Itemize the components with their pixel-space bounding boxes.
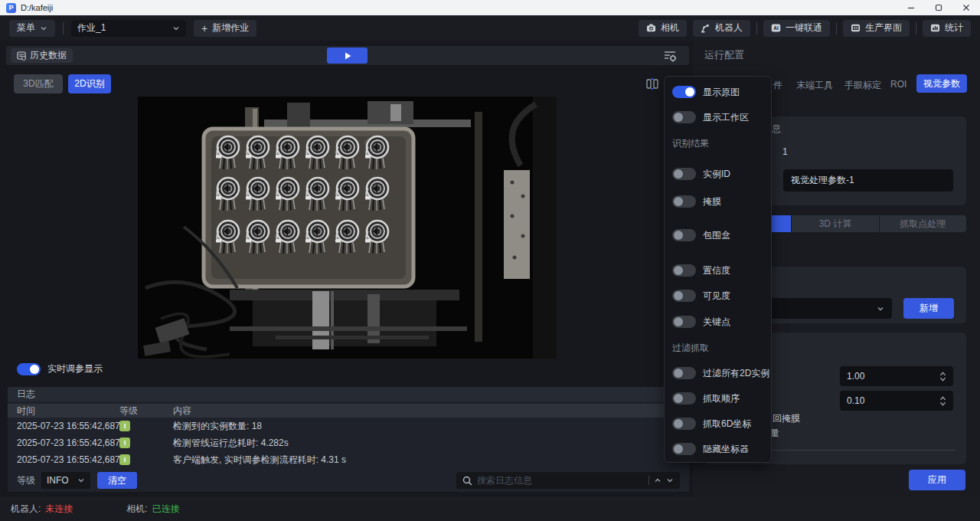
- tab-roi[interactable]: ROI: [890, 79, 906, 90]
- toggle-row-show-workspace[interactable]: 显示工作区: [672, 111, 749, 123]
- chevron-down-icon[interactable]: [666, 477, 674, 484]
- toggle-row-mask[interactable]: 掩膜: [672, 195, 721, 208]
- log-time: 2025-07-23 16:55:42,687: [17, 437, 120, 448]
- toggle-row-confidence[interactable]: 置信度: [672, 264, 730, 277]
- tab-2d-recognition[interactable]: 2D识别: [68, 74, 111, 93]
- toggle-keypoints[interactable]: [672, 316, 696, 328]
- clear-log-label: 清空: [108, 474, 126, 487]
- toggle-grasp-6d[interactable]: [672, 418, 696, 430]
- log-level-badge: I: [119, 454, 130, 465]
- toggle-row-instance-id[interactable]: 实例ID: [672, 168, 730, 180]
- toggle-label: 关键点: [703, 316, 730, 329]
- toggle-label: 过滤所有2D实例: [703, 367, 769, 380]
- run-button[interactable]: [327, 48, 368, 64]
- realtime-tuning-label: 实时调参显示: [47, 362, 103, 375]
- toolbar-divider: [916, 22, 916, 34]
- segment-grasp-processing[interactable]: 抓取点处理: [880, 215, 966, 232]
- add-button[interactable]: 新增: [903, 298, 954, 319]
- log-level-select[interactable]: INFO: [41, 472, 90, 489]
- job-select-value: 作业_1: [77, 21, 106, 34]
- segment-3d-calc[interactable]: 3D 计算: [792, 215, 878, 232]
- toggle-row-grasp-order[interactable]: 抓取顺序: [672, 392, 740, 405]
- spinner-up-icon[interactable]: [939, 396, 946, 401]
- minimize-button[interactable]: [897, 0, 925, 15]
- main-toolbar: 菜单 作业_1 + 新增作业 相机 机器人 AI 一键联通: [0, 15, 980, 41]
- bar-chart-icon: [930, 23, 940, 33]
- card-divider: [772, 450, 956, 451]
- log-row[interactable]: 2025-07-23 16:55:42,687 I 检测管线运行总耗时: 4.2…: [8, 434, 689, 451]
- log-time: 2025-07-23 16:55:42,687: [17, 454, 120, 465]
- log-level-badge: I: [119, 421, 130, 431]
- add-job-button[interactable]: + 新增作业: [194, 20, 256, 37]
- history-data-button[interactable]: 历史数据: [11, 48, 73, 63]
- realtime-tuning-toggle[interactable]: [17, 363, 41, 375]
- close-button[interactable]: [952, 0, 980, 15]
- add-job-label: 新增作业: [212, 21, 249, 34]
- tab-end-tool[interactable]: 末端工具: [796, 79, 833, 92]
- toggle-instance-id[interactable]: [672, 168, 696, 180]
- search-icon: [462, 476, 472, 486]
- spinner-down-icon[interactable]: [939, 377, 946, 382]
- job-select[interactable]: 作业_1: [71, 20, 186, 37]
- menu-button[interactable]: 菜单: [9, 20, 55, 37]
- clear-log-button[interactable]: 清空: [97, 472, 137, 489]
- threshold-spinner-2[interactable]: 0.10: [840, 391, 953, 411]
- param-name-input[interactable]: 视觉处理参数-1: [783, 169, 953, 192]
- robot-status-value: 未连接: [45, 503, 73, 516]
- log-time: 2025-07-23 16:55:42,687: [17, 421, 120, 431]
- log-search-input[interactable]: [477, 475, 644, 486]
- menu-label: 菜单: [17, 21, 35, 34]
- maximize-button[interactable]: [925, 0, 952, 15]
- tab-fragment[interactable]: 件: [773, 79, 782, 92]
- app-logo-icon: P: [6, 3, 16, 13]
- statistics-label: 统计: [945, 21, 963, 34]
- tab-vision-params[interactable]: 视觉参数: [916, 74, 967, 93]
- toolbar-divider: [836, 22, 837, 34]
- add-button-label: 新增: [920, 302, 938, 315]
- toggle-filter-all-2d[interactable]: [672, 367, 696, 379]
- toggle-label: 置信度: [703, 264, 730, 277]
- toggle-mask[interactable]: [672, 195, 696, 208]
- statistics-button[interactable]: 统计: [923, 20, 971, 37]
- toggle-row-grasp-6d[interactable]: 抓取6D坐标: [672, 418, 751, 430]
- toggle-visibility[interactable]: [672, 290, 696, 302]
- robot-icon: [701, 23, 710, 33]
- tab-3d-match[interactable]: 3D匹配: [14, 74, 63, 93]
- spinner-down-icon[interactable]: [939, 401, 946, 406]
- toggle-show-original[interactable]: [672, 86, 696, 98]
- card-header-fragment: 息: [772, 123, 781, 136]
- robot-button[interactable]: 机器人: [693, 20, 750, 37]
- apply-button-label: 应用: [928, 473, 946, 487]
- toggle-row-keypoints[interactable]: 关键点: [672, 316, 730, 328]
- toggle-row-bounding-box[interactable]: 包围盒: [672, 229, 730, 241]
- one-key-link-button[interactable]: AI 一键联通: [763, 20, 830, 37]
- spinner-up-icon[interactable]: [939, 372, 946, 376]
- param-id-value: 1: [782, 146, 788, 157]
- threshold-spinner-1[interactable]: 1.00: [840, 366, 953, 386]
- camera-status-label: 相机:: [126, 503, 147, 516]
- toggle-confidence[interactable]: [672, 264, 696, 277]
- toggle-label: 抓取6D坐标: [703, 418, 751, 431]
- compare-view-button[interactable]: [645, 77, 660, 91]
- robot-status-label: 机器人:: [11, 503, 41, 516]
- toggle-row-hide-axes[interactable]: 隐藏坐标器: [672, 443, 749, 455]
- toggle-row-filter-all-2d[interactable]: 过滤所有2D实例: [672, 367, 769, 379]
- toggle-row-visibility[interactable]: 可见度: [672, 290, 730, 302]
- camera-button[interactable]: 相机: [639, 20, 687, 37]
- log-row[interactable]: 2025-07-23 16:55:42,687 I 客户端触发, 实时调参检测流…: [8, 451, 689, 468]
- log-row[interactable]: 2025-07-23 16:55:42,687 I 检测到的实例数量: 18: [8, 418, 689, 434]
- toggle-bounding-box[interactable]: [672, 229, 696, 241]
- spinner-2-value: 0.10: [847, 395, 864, 406]
- toggle-row-show-original[interactable]: 显示原图: [672, 86, 740, 98]
- toggle-show-workspace[interactable]: [672, 111, 696, 123]
- apply-button[interactable]: 应用: [909, 470, 965, 490]
- one-key-link-label: 一键联通: [786, 21, 822, 34]
- chevron-up-icon[interactable]: [654, 477, 662, 484]
- log-search-box: [456, 472, 680, 489]
- toggle-grasp-order[interactable]: [672, 392, 696, 405]
- display-options-button[interactable]: [662, 48, 678, 63]
- tab-hand-eye-calibration[interactable]: 手眼标定: [844, 79, 881, 92]
- production-view-button[interactable]: 生产界面: [843, 20, 910, 37]
- search-divider: [648, 476, 649, 485]
- toggle-hide-axes[interactable]: [672, 443, 696, 455]
